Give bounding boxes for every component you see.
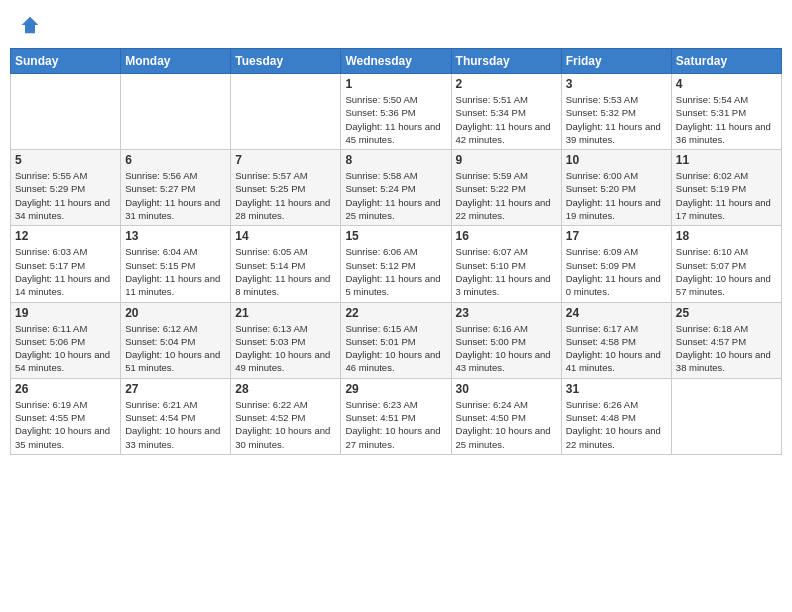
logo-icon [20, 15, 40, 35]
day-of-week-header: Wednesday [341, 49, 451, 74]
calendar-cell [11, 74, 121, 150]
day-number: 19 [15, 306, 116, 320]
calendar-cell: 2Sunrise: 5:51 AM Sunset: 5:34 PM Daylig… [451, 74, 561, 150]
day-number: 8 [345, 153, 446, 167]
day-info: Sunrise: 5:50 AM Sunset: 5:36 PM Dayligh… [345, 93, 446, 146]
day-number: 26 [15, 382, 116, 396]
day-number: 31 [566, 382, 667, 396]
calendar-cell: 3Sunrise: 5:53 AM Sunset: 5:32 PM Daylig… [561, 74, 671, 150]
day-info: Sunrise: 6:24 AM Sunset: 4:50 PM Dayligh… [456, 398, 557, 451]
day-info: Sunrise: 6:13 AM Sunset: 5:03 PM Dayligh… [235, 322, 336, 375]
calendar-cell: 24Sunrise: 6:17 AM Sunset: 4:58 PM Dayli… [561, 302, 671, 378]
calendar-week-row: 26Sunrise: 6:19 AM Sunset: 4:55 PM Dayli… [11, 378, 782, 454]
day-info: Sunrise: 6:15 AM Sunset: 5:01 PM Dayligh… [345, 322, 446, 375]
day-number: 3 [566, 77, 667, 91]
day-number: 21 [235, 306, 336, 320]
day-info: Sunrise: 6:00 AM Sunset: 5:20 PM Dayligh… [566, 169, 667, 222]
day-number: 25 [676, 306, 777, 320]
day-number: 23 [456, 306, 557, 320]
calendar-week-row: 19Sunrise: 6:11 AM Sunset: 5:06 PM Dayli… [11, 302, 782, 378]
day-info: Sunrise: 5:58 AM Sunset: 5:24 PM Dayligh… [345, 169, 446, 222]
calendar-cell: 5Sunrise: 5:55 AM Sunset: 5:29 PM Daylig… [11, 150, 121, 226]
day-number: 29 [345, 382, 446, 396]
day-info: Sunrise: 6:18 AM Sunset: 4:57 PM Dayligh… [676, 322, 777, 375]
calendar-cell: 19Sunrise: 6:11 AM Sunset: 5:06 PM Dayli… [11, 302, 121, 378]
calendar-cell: 13Sunrise: 6:04 AM Sunset: 5:15 PM Dayli… [121, 226, 231, 302]
day-info: Sunrise: 5:59 AM Sunset: 5:22 PM Dayligh… [456, 169, 557, 222]
day-number: 22 [345, 306, 446, 320]
day-number: 16 [456, 229, 557, 243]
day-info: Sunrise: 5:55 AM Sunset: 5:29 PM Dayligh… [15, 169, 116, 222]
day-of-week-header: Monday [121, 49, 231, 74]
calendar-cell [671, 378, 781, 454]
day-info: Sunrise: 6:10 AM Sunset: 5:07 PM Dayligh… [676, 245, 777, 298]
day-info: Sunrise: 6:12 AM Sunset: 5:04 PM Dayligh… [125, 322, 226, 375]
day-info: Sunrise: 6:11 AM Sunset: 5:06 PM Dayligh… [15, 322, 116, 375]
day-number: 9 [456, 153, 557, 167]
day-number: 13 [125, 229, 226, 243]
calendar-cell: 17Sunrise: 6:09 AM Sunset: 5:09 PM Dayli… [561, 226, 671, 302]
day-number: 4 [676, 77, 777, 91]
day-info: Sunrise: 6:26 AM Sunset: 4:48 PM Dayligh… [566, 398, 667, 451]
calendar-cell: 21Sunrise: 6:13 AM Sunset: 5:03 PM Dayli… [231, 302, 341, 378]
calendar-cell: 4Sunrise: 5:54 AM Sunset: 5:31 PM Daylig… [671, 74, 781, 150]
day-info: Sunrise: 6:07 AM Sunset: 5:10 PM Dayligh… [456, 245, 557, 298]
page-header [10, 10, 782, 40]
calendar-cell: 29Sunrise: 6:23 AM Sunset: 4:51 PM Dayli… [341, 378, 451, 454]
day-info: Sunrise: 6:23 AM Sunset: 4:51 PM Dayligh… [345, 398, 446, 451]
day-of-week-header: Friday [561, 49, 671, 74]
calendar-cell: 1Sunrise: 5:50 AM Sunset: 5:36 PM Daylig… [341, 74, 451, 150]
day-number: 6 [125, 153, 226, 167]
calendar-cell: 28Sunrise: 6:22 AM Sunset: 4:52 PM Dayli… [231, 378, 341, 454]
day-number: 20 [125, 306, 226, 320]
calendar-week-row: 12Sunrise: 6:03 AM Sunset: 5:17 PM Dayli… [11, 226, 782, 302]
calendar-cell: 25Sunrise: 6:18 AM Sunset: 4:57 PM Dayli… [671, 302, 781, 378]
day-of-week-header: Saturday [671, 49, 781, 74]
calendar-cell: 18Sunrise: 6:10 AM Sunset: 5:07 PM Dayli… [671, 226, 781, 302]
calendar-cell: 8Sunrise: 5:58 AM Sunset: 5:24 PM Daylig… [341, 150, 451, 226]
day-info: Sunrise: 5:54 AM Sunset: 5:31 PM Dayligh… [676, 93, 777, 146]
calendar-cell: 9Sunrise: 5:59 AM Sunset: 5:22 PM Daylig… [451, 150, 561, 226]
day-number: 15 [345, 229, 446, 243]
day-number: 12 [15, 229, 116, 243]
calendar-cell: 31Sunrise: 6:26 AM Sunset: 4:48 PM Dayli… [561, 378, 671, 454]
calendar-cell: 16Sunrise: 6:07 AM Sunset: 5:10 PM Dayli… [451, 226, 561, 302]
day-of-week-header: Sunday [11, 49, 121, 74]
day-info: Sunrise: 5:51 AM Sunset: 5:34 PM Dayligh… [456, 93, 557, 146]
day-info: Sunrise: 6:16 AM Sunset: 5:00 PM Dayligh… [456, 322, 557, 375]
day-info: Sunrise: 6:17 AM Sunset: 4:58 PM Dayligh… [566, 322, 667, 375]
calendar-cell: 15Sunrise: 6:06 AM Sunset: 5:12 PM Dayli… [341, 226, 451, 302]
calendar-table: SundayMondayTuesdayWednesdayThursdayFrid… [10, 48, 782, 455]
calendar-cell: 14Sunrise: 6:05 AM Sunset: 5:14 PM Dayli… [231, 226, 341, 302]
day-number: 27 [125, 382, 226, 396]
day-info: Sunrise: 5:57 AM Sunset: 5:25 PM Dayligh… [235, 169, 336, 222]
calendar-cell: 7Sunrise: 5:57 AM Sunset: 5:25 PM Daylig… [231, 150, 341, 226]
day-number: 10 [566, 153, 667, 167]
svg-marker-0 [22, 17, 39, 34]
day-info: Sunrise: 6:02 AM Sunset: 5:19 PM Dayligh… [676, 169, 777, 222]
calendar-cell: 30Sunrise: 6:24 AM Sunset: 4:50 PM Dayli… [451, 378, 561, 454]
day-number: 24 [566, 306, 667, 320]
calendar-header-row: SundayMondayTuesdayWednesdayThursdayFrid… [11, 49, 782, 74]
calendar-cell: 22Sunrise: 6:15 AM Sunset: 5:01 PM Dayli… [341, 302, 451, 378]
calendar-cell: 23Sunrise: 6:16 AM Sunset: 5:00 PM Dayli… [451, 302, 561, 378]
day-number: 18 [676, 229, 777, 243]
day-number: 14 [235, 229, 336, 243]
day-info: Sunrise: 5:56 AM Sunset: 5:27 PM Dayligh… [125, 169, 226, 222]
day-info: Sunrise: 6:03 AM Sunset: 5:17 PM Dayligh… [15, 245, 116, 298]
day-number: 1 [345, 77, 446, 91]
calendar-cell: 11Sunrise: 6:02 AM Sunset: 5:19 PM Dayli… [671, 150, 781, 226]
calendar-cell: 26Sunrise: 6:19 AM Sunset: 4:55 PM Dayli… [11, 378, 121, 454]
calendar-week-row: 5Sunrise: 5:55 AM Sunset: 5:29 PM Daylig… [11, 150, 782, 226]
calendar-cell [121, 74, 231, 150]
calendar-cell: 27Sunrise: 6:21 AM Sunset: 4:54 PM Dayli… [121, 378, 231, 454]
calendar-cell: 20Sunrise: 6:12 AM Sunset: 5:04 PM Dayli… [121, 302, 231, 378]
day-of-week-header: Tuesday [231, 49, 341, 74]
day-info: Sunrise: 6:21 AM Sunset: 4:54 PM Dayligh… [125, 398, 226, 451]
calendar-week-row: 1Sunrise: 5:50 AM Sunset: 5:36 PM Daylig… [11, 74, 782, 150]
calendar-cell: 6Sunrise: 5:56 AM Sunset: 5:27 PM Daylig… [121, 150, 231, 226]
calendar-cell [231, 74, 341, 150]
day-number: 28 [235, 382, 336, 396]
day-number: 30 [456, 382, 557, 396]
day-info: Sunrise: 6:09 AM Sunset: 5:09 PM Dayligh… [566, 245, 667, 298]
